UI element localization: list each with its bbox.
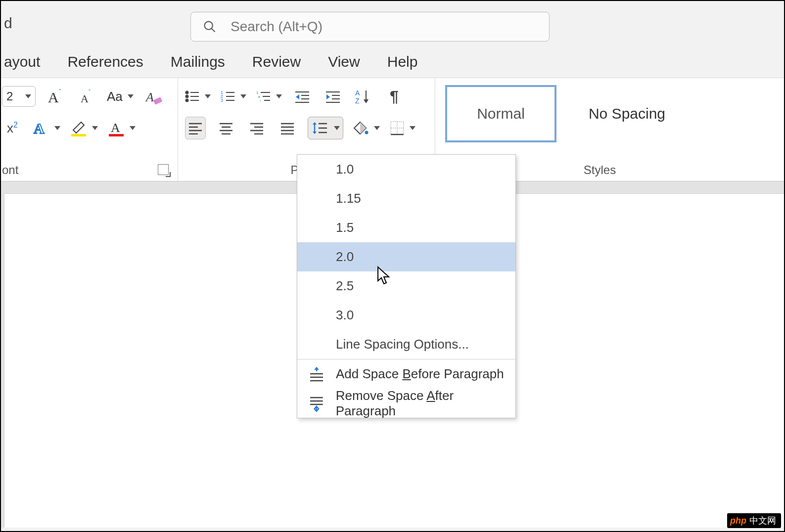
line-spacing-option-1-0[interactable]: 1.0 bbox=[297, 155, 515, 184]
line-spacing-option-label: 1.5 bbox=[336, 220, 354, 235]
clear-formatting-icon: A bbox=[145, 88, 163, 105]
align-right-icon bbox=[249, 122, 264, 134]
line-spacing-icon bbox=[311, 121, 328, 135]
line-spacing-option-2-0[interactable]: 2.0 bbox=[297, 242, 515, 271]
borders-icon bbox=[390, 121, 405, 135]
font-color-button[interactable]: A bbox=[108, 117, 136, 139]
svg-text:A: A bbox=[81, 92, 89, 105]
decrease-indent-icon bbox=[294, 89, 310, 103]
font-size-value: 2 bbox=[6, 89, 13, 103]
increase-indent-icon bbox=[325, 89, 341, 103]
increase-indent-button[interactable] bbox=[323, 85, 343, 108]
shading-button[interactable] bbox=[353, 117, 380, 139]
align-right-button[interactable] bbox=[246, 117, 267, 139]
chevron-down-icon bbox=[240, 94, 246, 98]
line-spacing-option-label: 2.0 bbox=[336, 249, 354, 265]
svg-point-14 bbox=[186, 95, 188, 98]
clear-formatting-button[interactable]: A bbox=[143, 85, 164, 108]
line-spacing-menu: 1.0 1.15 1.5 2.0 2.5 3.0 Line Spacing Op… bbox=[297, 154, 516, 418]
sort-icon: AZ bbox=[355, 89, 372, 104]
chevron-down-icon bbox=[205, 94, 211, 98]
style-no-spacing[interactable]: No Spacing bbox=[571, 85, 683, 142]
chevron-down-icon bbox=[276, 94, 282, 98]
grow-font-button[interactable]: Aˆ bbox=[46, 85, 66, 108]
chevron-down-icon bbox=[54, 126, 60, 130]
decrease-indent-button[interactable] bbox=[292, 85, 313, 108]
svg-text:A: A bbox=[355, 89, 360, 97]
line-spacing-option-1-5[interactable]: 1.5 bbox=[297, 213, 515, 242]
highlight-button[interactable] bbox=[70, 117, 98, 139]
title-bar: d Search (Alt+Q) bbox=[1, 1, 784, 45]
line-spacing-option-3-0[interactable]: 3.0 bbox=[297, 301, 515, 330]
svg-rect-11 bbox=[109, 134, 124, 136]
tab-mailings[interactable]: Mailings bbox=[171, 53, 225, 70]
numbering-icon: 123 bbox=[221, 89, 235, 103]
font-size-selector[interactable]: 2 bbox=[2, 86, 36, 107]
svg-rect-9 bbox=[71, 134, 86, 136]
shrink-font-button[interactable]: Aˇ bbox=[76, 85, 97, 108]
grow-font-icon: Aˆ bbox=[47, 88, 65, 105]
line-spacing-option-1-15[interactable]: 1.15 bbox=[297, 184, 515, 213]
font-dialog-launcher[interactable] bbox=[158, 164, 169, 175]
justify-button[interactable] bbox=[277, 117, 298, 139]
tab-view[interactable]: View bbox=[328, 53, 360, 70]
chevron-down-icon bbox=[25, 94, 31, 98]
line-spacing-option-2-5[interactable]: 2.5 bbox=[297, 271, 515, 301]
svg-text:A: A bbox=[48, 89, 59, 105]
sort-button[interactable]: AZ bbox=[353, 85, 374, 108]
highlight-icon bbox=[70, 119, 87, 137]
svg-text:a: a bbox=[258, 95, 260, 98]
bullets-icon bbox=[185, 89, 200, 103]
chevron-down-icon bbox=[92, 126, 98, 130]
svg-text:A: A bbox=[34, 120, 45, 136]
chevron-down-icon bbox=[128, 94, 134, 98]
show-hide-marks-button[interactable]: ¶ bbox=[384, 85, 405, 108]
remove-space-after-item[interactable]: Remove Space After Paragraph bbox=[297, 389, 515, 418]
align-left-button[interactable] bbox=[185, 117, 206, 139]
remove-space-after-icon bbox=[308, 395, 325, 412]
numbering-button[interactable]: 123 bbox=[221, 85, 246, 108]
style-normal-label: Normal bbox=[477, 105, 525, 122]
tab-review[interactable]: Review bbox=[252, 53, 301, 70]
text-effects-button[interactable]: A bbox=[33, 117, 60, 139]
add-space-before-item[interactable]: Add Space Before Paragraph bbox=[297, 359, 515, 389]
chevron-down-icon bbox=[130, 126, 136, 130]
superscript-button[interactable]: x2 bbox=[2, 117, 23, 139]
change-case-button[interactable]: Aa bbox=[107, 85, 134, 108]
justify-icon bbox=[280, 122, 295, 134]
remove-space-after-label: Remove Space After Paragraph bbox=[336, 388, 515, 419]
align-center-icon bbox=[219, 122, 233, 134]
line-spacing-button[interactable] bbox=[308, 117, 343, 139]
multilevel-list-button[interactable]: 1ai bbox=[256, 85, 282, 108]
line-spacing-option-label: 2.5 bbox=[336, 278, 354, 294]
svg-point-12 bbox=[186, 91, 188, 94]
borders-button[interactable] bbox=[390, 117, 416, 139]
watermark-text: 中文网 bbox=[749, 515, 776, 527]
line-spacing-options-item[interactable]: Line Spacing Options... bbox=[297, 330, 515, 359]
tab-layout[interactable]: ayout bbox=[4, 53, 40, 70]
multilevel-list-icon: 1ai bbox=[256, 89, 271, 103]
style-normal[interactable]: Normal bbox=[445, 85, 556, 142]
search-placeholder: Search (Alt+Q) bbox=[231, 19, 323, 35]
svg-point-0 bbox=[205, 22, 213, 30]
title-fragment: d bbox=[4, 15, 12, 32]
bullets-button[interactable] bbox=[185, 85, 211, 108]
svg-point-16 bbox=[186, 99, 188, 102]
svg-point-61 bbox=[365, 131, 369, 134]
align-left-icon bbox=[188, 122, 203, 134]
svg-text:3: 3 bbox=[221, 98, 223, 103]
svg-text:Z: Z bbox=[355, 97, 360, 104]
chevron-down-icon bbox=[374, 126, 380, 130]
font-color-icon: A bbox=[108, 119, 125, 137]
svg-line-1 bbox=[212, 29, 215, 32]
svg-text:ˆ: ˆ bbox=[59, 88, 61, 96]
tab-help[interactable]: Help bbox=[387, 53, 418, 70]
tab-references[interactable]: References bbox=[67, 53, 143, 70]
search-box[interactable]: Search (Alt+Q) bbox=[190, 12, 550, 42]
change-case-label: Aa bbox=[107, 89, 123, 104]
font-group: 2 Aˆ Aˇ Aa A x2 bbox=[1, 78, 178, 181]
align-center-button[interactable] bbox=[216, 117, 236, 139]
watermark-php: php bbox=[730, 516, 746, 526]
add-space-before-label: Add Space Before Paragraph bbox=[336, 366, 504, 382]
add-space-before-icon bbox=[308, 366, 325, 383]
